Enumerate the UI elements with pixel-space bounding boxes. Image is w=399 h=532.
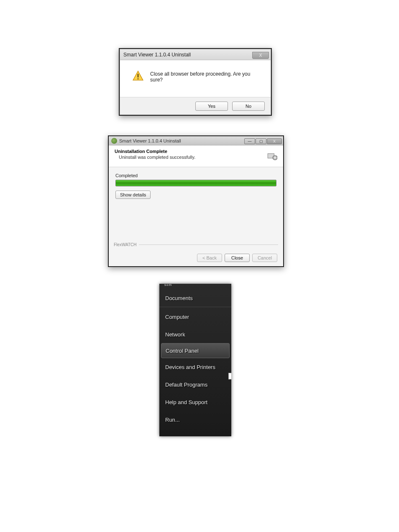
- uninstall-heading: Uninstallation Complete: [115, 149, 195, 154]
- svg-point-5: [274, 157, 276, 158]
- start-menu-right-column: som Documents Computer Network Control P…: [159, 284, 231, 436]
- close-icon[interactable]: X: [252, 52, 269, 59]
- uninstall-dialog-header: Uninstallation Complete Uninstall was co…: [109, 145, 283, 167]
- close-icon[interactable]: X: [267, 138, 282, 144]
- back-button: < Back: [197, 254, 222, 262]
- show-details-button[interactable]: Show details: [115, 191, 151, 199]
- sidebar-item-default-programs[interactable]: Default Programs: [159, 376, 231, 393]
- yes-button[interactable]: Yes: [195, 102, 228, 111]
- no-button[interactable]: No: [232, 102, 265, 111]
- sidebar-item-documents[interactable]: Documents: [159, 290, 231, 307]
- sidebar-item-devices-and-printers[interactable]: Devices and Printers: [159, 358, 231, 376]
- installer-icon: [111, 138, 117, 144]
- warning-icon: [133, 70, 143, 81]
- close-button[interactable]: Close: [225, 254, 250, 262]
- uninstall-complete-dialog: Smart Viewer 1.1.0.4 Uninstall — ▢ X Uni…: [108, 135, 284, 267]
- uninstall-dialog-body: Completed Show details: [109, 167, 283, 242]
- close-glyph: X: [259, 53, 262, 58]
- brand-label: FlexWATCH: [114, 242, 136, 247]
- package-icon: [266, 150, 277, 161]
- svg-rect-1: [138, 74, 138, 78]
- minimize-icon[interactable]: —: [244, 138, 255, 144]
- sidebar-item-help-and-support[interactable]: Help and Support: [159, 393, 231, 411]
- uninstall-dialog-titlebar[interactable]: Smart Viewer 1.1.0.4 Uninstall — ▢ X: [109, 136, 283, 145]
- sidebar-item-control-panel[interactable]: Control Panel: [161, 343, 230, 358]
- uninstall-dialog-title: Smart Viewer 1.1.0.4 Uninstall: [119, 138, 181, 143]
- sidebar-item-computer[interactable]: Computer: [159, 308, 231, 326]
- confirm-dialog-footer: Yes No: [120, 97, 271, 115]
- start-menu-user-fragment: som: [159, 284, 231, 290]
- maximize-icon[interactable]: ▢: [256, 138, 266, 144]
- sidebar-item-run[interactable]: Run...: [159, 411, 231, 428]
- confirm-dialog: Smart Viewer 1.1.0.4 Uninstall X Close a…: [119, 48, 272, 116]
- svg-rect-2: [138, 79, 138, 79]
- uninstall-subheading: Uninstall was completed successfully.: [115, 155, 195, 160]
- progress-bar: [115, 180, 276, 186]
- confirm-dialog-title: Smart Viewer 1.1.0.4 Uninstall: [123, 52, 191, 58]
- uninstall-dialog-footer: < Back Close Cancel: [109, 249, 283, 266]
- brand-separator: FlexWATCH: [109, 242, 283, 247]
- confirm-dialog-titlebar[interactable]: Smart Viewer 1.1.0.4 Uninstall X: [120, 49, 271, 60]
- tooltip-fragment: [228, 373, 231, 379]
- progress-label: Completed: [115, 173, 276, 178]
- cancel-button: Cancel: [252, 254, 277, 262]
- confirm-dialog-message: Close all browser before proceeding. Are…: [150, 69, 263, 83]
- sidebar-item-network[interactable]: Network: [159, 326, 231, 343]
- confirm-dialog-body: Close all browser before proceeding. Are…: [120, 60, 271, 97]
